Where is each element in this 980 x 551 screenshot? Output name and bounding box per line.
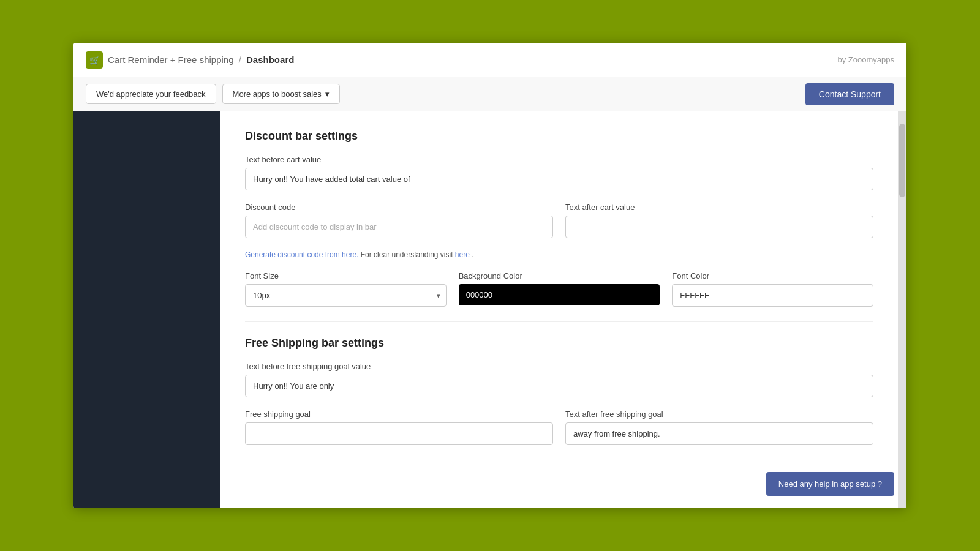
discount-code-label: Discount code (245, 203, 553, 212)
font-size-label: Font Size (245, 271, 447, 280)
discount-bar-title: Discount bar settings (245, 130, 873, 143)
text-after-input[interactable] (565, 216, 873, 238)
breadcrumb-area: 🛒 Cart Reminder + Free shipping / Dashbo… (86, 51, 294, 69)
scrollbar-thumb[interactable] (899, 124, 905, 197)
main-content: Discount bar settings Text before cart v… (221, 111, 898, 508)
text-after-shipping-group: Text after free shipping goal (565, 410, 873, 445)
help-button[interactable]: Need any help in app setup ? (766, 472, 894, 496)
bg-color-input[interactable] (459, 284, 660, 305)
here-link[interactable]: here (455, 250, 470, 259)
top-bar: 🛒 Cart Reminder + Free shipping / Dashbo… (74, 43, 907, 77)
free-shipping-goal-label: Free shipping goal (245, 410, 553, 419)
app-author: by Zooomyapps (838, 55, 895, 64)
action-bar-left: We'd appreciate your feedback More apps … (86, 84, 340, 104)
section-divider (245, 321, 873, 322)
content-wrapper: Discount bar settings Text before cart v… (221, 111, 907, 508)
bg-color-group: Background Color (459, 271, 660, 307)
free-shipping-goal-input[interactable] (245, 422, 553, 445)
free-shipping-goal-group: Free shipping goal (245, 410, 553, 445)
text-before-group: Text before cart value (245, 155, 873, 190)
discount-code-input[interactable] (245, 216, 553, 238)
action-bar: We'd appreciate your feedback More apps … (74, 77, 907, 111)
text-before-label: Text before cart value (245, 155, 873, 164)
text-after-shipping-input[interactable] (565, 422, 873, 445)
font-size-select-wrapper: 10px 12px 14px 16px 18px 20px ▾ (245, 284, 447, 307)
font-color-group: Font Color (672, 271, 873, 307)
helper-text: Generate discount code from here. For cl… (245, 250, 873, 259)
contact-support-button[interactable]: Contact Support (805, 83, 894, 105)
bg-color-label: Background Color (459, 271, 660, 280)
more-apps-button[interactable]: More apps to boost sales ▾ (222, 84, 340, 104)
text-after-shipping-label: Text after free shipping goal (565, 410, 873, 419)
text-before-shipping-group: Text before free shipping goal value (245, 362, 873, 397)
main-layout: Discount bar settings Text before cart v… (74, 111, 907, 508)
free-shipping-bar-title: Free Shipping bar settings (245, 337, 873, 350)
feedback-button[interactable]: We'd appreciate your feedback (86, 84, 216, 104)
app-icon: 🛒 (86, 51, 103, 69)
text-before-input[interactable] (245, 168, 873, 190)
font-size-group: Font Size 10px 12px 14px 16px 18px 20px … (245, 271, 447, 307)
dropdown-arrow-icon: ▾ (325, 89, 330, 99)
generate-discount-link[interactable]: Generate discount code from here. (245, 250, 358, 259)
text-before-shipping-label: Text before free shipping goal value (245, 362, 873, 371)
text-before-shipping-input[interactable] (245, 375, 873, 397)
sidebar (74, 111, 221, 508)
text-after-label: Text after cart value (565, 203, 873, 212)
text-after-group: Text after cart value (565, 203, 873, 238)
discount-row: Discount code Text after cart value (245, 203, 873, 238)
free-shipping-row: Free shipping goal Text after free shipp… (245, 410, 873, 445)
font-color-label: Font Color (672, 271, 873, 280)
discount-code-group: Discount code (245, 203, 553, 238)
scrollbar[interactable] (898, 111, 907, 508)
breadcrumb: Cart Reminder + Free shipping / Dashboar… (108, 54, 294, 65)
font-size-select[interactable]: 10px 12px 14px 16px 18px 20px (245, 284, 447, 307)
font-color-input[interactable] (672, 284, 873, 307)
color-font-row: Font Size 10px 12px 14px 16px 18px 20px … (245, 271, 873, 307)
